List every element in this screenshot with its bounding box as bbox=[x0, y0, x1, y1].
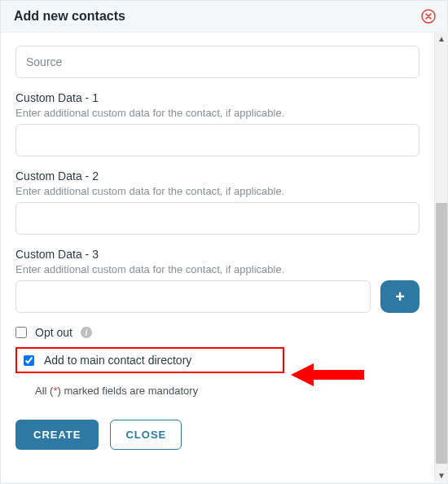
plus-icon: + bbox=[395, 288, 405, 306]
source-field-wrap bbox=[15, 41, 419, 78]
custom1-input[interactable] bbox=[15, 124, 419, 156]
custom3-input[interactable] bbox=[15, 280, 371, 313]
scrollbar-track[interactable]: ▲ ▼ bbox=[434, 32, 447, 482]
add-contacts-modal: Add new contacts Custom Data - 1 Enter a… bbox=[0, 0, 448, 484]
modal-footer: CREATE CLOSE bbox=[15, 420, 419, 450]
optout-label: Opt out bbox=[35, 326, 72, 339]
custom1-label: Custom Data - 1 bbox=[15, 91, 419, 104]
svg-marker-1 bbox=[291, 363, 364, 386]
optout-row[interactable]: Opt out i bbox=[15, 326, 419, 339]
mandatory-note: All (*) marked fields are mandatory bbox=[15, 385, 419, 397]
mandatory-prefix: All ( bbox=[35, 385, 53, 397]
custom3-help: Enter additional custom data for the con… bbox=[15, 263, 419, 275]
add-directory-checkbox[interactable] bbox=[24, 355, 34, 366]
custom2-label: Custom Data - 2 bbox=[15, 169, 419, 183]
add-directory-label: Add to main contact directory bbox=[44, 354, 191, 367]
add-directory-highlight: Add to main contact directory bbox=[15, 347, 284, 373]
custom3-row: + bbox=[15, 280, 419, 313]
add-custom-button[interactable]: + bbox=[380, 280, 419, 313]
create-button[interactable]: CREATE bbox=[15, 420, 99, 450]
custom2-help: Enter additional custom data for the con… bbox=[15, 185, 419, 197]
close-button[interactable]: CLOSE bbox=[110, 420, 182, 450]
scroll-up-icon[interactable]: ▲ bbox=[435, 32, 448, 45]
scroll-down-icon[interactable]: ▼ bbox=[435, 469, 448, 482]
modal-header: Add new contacts bbox=[1, 1, 447, 32]
modal-body: Custom Data - 1 Enter additional custom … bbox=[1, 32, 434, 482]
info-icon[interactable]: i bbox=[81, 327, 92, 338]
optout-checkbox[interactable] bbox=[15, 327, 27, 338]
modal-title: Add new contacts bbox=[14, 9, 125, 24]
custom3-label: Custom Data - 3 bbox=[15, 248, 419, 261]
custom1-help: Enter additional custom data for the con… bbox=[15, 107, 419, 119]
close-icon bbox=[421, 9, 436, 24]
close-icon-button[interactable] bbox=[421, 9, 436, 24]
modal-body-wrap: Custom Data - 1 Enter additional custom … bbox=[1, 32, 447, 482]
source-input[interactable] bbox=[15, 46, 419, 78]
custom2-input[interactable] bbox=[15, 202, 419, 235]
mandatory-suffix: ) marked fields are mandatory bbox=[57, 385, 198, 397]
scrollbar-thumb[interactable] bbox=[436, 203, 447, 464]
